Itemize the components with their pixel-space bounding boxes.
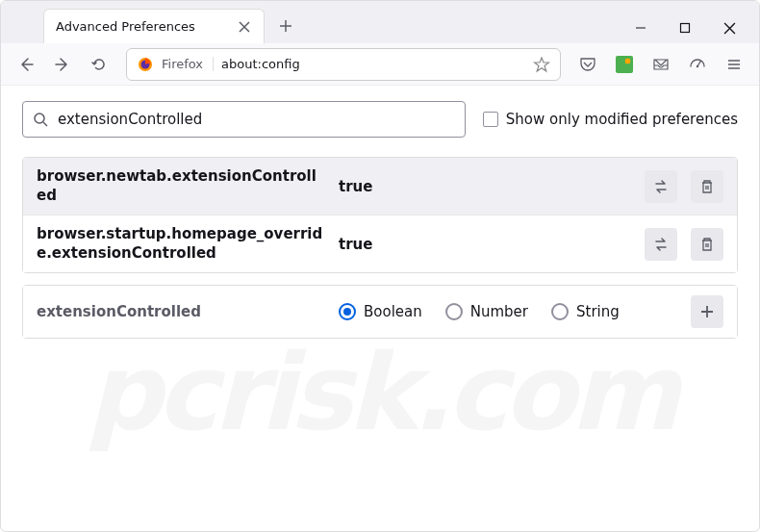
create-pref-name: extensionControlled xyxy=(37,303,325,320)
firefox-logo-icon xyxy=(137,56,154,73)
search-box[interactable] xyxy=(22,101,466,138)
close-window-button[interactable] xyxy=(707,13,751,43)
radio-label: Boolean xyxy=(364,303,422,320)
checkbox[interactable] xyxy=(483,112,498,127)
url-identity-label: Firefox xyxy=(162,57,214,71)
pref-name: browser.startup.homepage_override.extens… xyxy=(37,225,325,263)
search-icon xyxy=(33,112,48,127)
radio-option-string[interactable]: String xyxy=(551,303,620,320)
forward-button[interactable] xyxy=(47,49,78,80)
preferences-list: browser.newtab.extensionControlled true … xyxy=(22,157,738,273)
delete-button[interactable] xyxy=(691,170,723,203)
pref-value: true xyxy=(339,236,631,253)
url-bar[interactable]: Firefox about:config xyxy=(126,48,561,81)
extension-icon[interactable] xyxy=(609,49,640,80)
tab-title: Advanced Preferences xyxy=(56,19,229,34)
svg-point-4 xyxy=(35,114,44,123)
url-text: about:config xyxy=(221,57,525,71)
window-controls xyxy=(619,13,751,43)
back-button[interactable] xyxy=(11,49,41,80)
svg-rect-0 xyxy=(681,24,690,33)
delete-button[interactable] xyxy=(691,228,723,261)
radio[interactable] xyxy=(339,303,356,320)
checkbox-label: Show only modified preferences xyxy=(506,111,738,128)
close-icon[interactable] xyxy=(237,19,252,35)
tab-active[interactable]: Advanced Preferences xyxy=(43,9,265,43)
reload-button[interactable] xyxy=(84,49,114,80)
pref-row: browser.startup.homepage_override.extens… xyxy=(23,215,737,272)
create-pref-row: extensionControlled Boolean Number Strin… xyxy=(23,286,737,338)
radio-label: String xyxy=(576,303,620,320)
add-button[interactable] xyxy=(691,295,723,328)
new-tab-button[interactable] xyxy=(270,11,301,41)
radio[interactable] xyxy=(551,303,569,320)
create-pref-box: extensionControlled Boolean Number Strin… xyxy=(22,285,738,339)
pref-row: browser.newtab.extensionControlled true xyxy=(23,158,737,215)
show-modified-checkbox-group[interactable]: Show only modified preferences xyxy=(483,111,738,128)
about-config-content: Show only modified preferences browser.n… xyxy=(1,86,759,354)
type-radio-group: Boolean Number String xyxy=(339,303,677,320)
toggle-button[interactable] xyxy=(645,170,677,203)
radio-option-boolean[interactable]: Boolean xyxy=(339,303,422,320)
toggle-button[interactable] xyxy=(645,228,677,261)
svg-point-3 xyxy=(697,64,698,66)
minimize-button[interactable] xyxy=(619,13,663,43)
pref-value: true xyxy=(339,178,631,195)
maximize-button[interactable] xyxy=(663,13,707,43)
radio-label: Number xyxy=(470,303,528,320)
pocket-icon[interactable] xyxy=(572,49,603,80)
pref-name: browser.newtab.extensionControlled xyxy=(37,167,325,205)
inbox-icon[interactable] xyxy=(646,49,676,80)
search-row: Show only modified preferences xyxy=(22,101,738,138)
radio[interactable] xyxy=(445,303,463,320)
toolbar: Firefox about:config xyxy=(1,43,759,86)
titlebar: Advanced Preferences xyxy=(1,1,759,43)
search-input[interactable] xyxy=(58,111,455,128)
dashboard-icon[interactable] xyxy=(682,49,713,80)
radio-option-number[interactable]: Number xyxy=(445,303,528,320)
bookmark-star-icon[interactable] xyxy=(533,56,550,73)
menu-button[interactable] xyxy=(719,49,749,80)
